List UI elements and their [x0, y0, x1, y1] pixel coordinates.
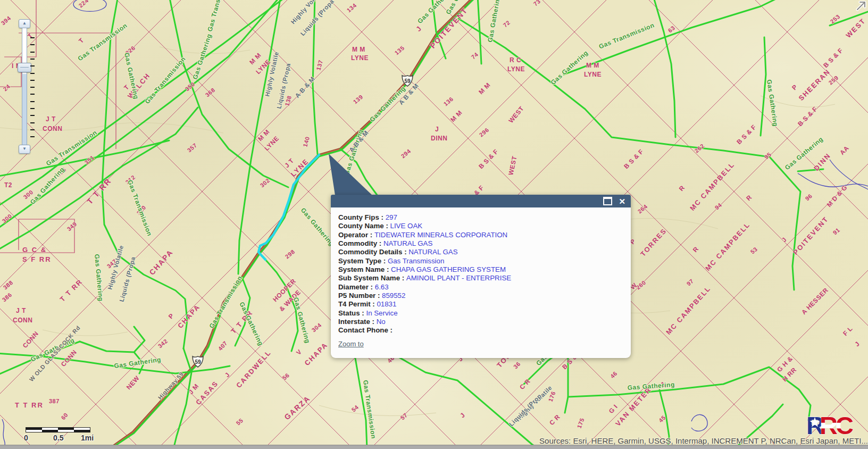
slider-tick: [30, 94, 35, 95]
map-label: 175: [576, 417, 586, 429]
scale-label-1mi: 1mi: [81, 434, 94, 442]
map-label: P: [167, 312, 176, 320]
popup-field-value: TIDEWATER MINERALS CORPORATION: [374, 231, 507, 239]
map-label: CASAS: [194, 379, 220, 406]
popup-field-value: 297: [386, 213, 397, 221]
popup-field-label: Operator :: [338, 231, 374, 239]
map-label: 96: [804, 193, 814, 202]
map-label: Gas Transmission: [126, 179, 153, 237]
svg-text:RC: RC: [820, 412, 853, 438]
popup-field-label: County Name :: [338, 222, 390, 230]
map-label: B S & F: [735, 123, 758, 146]
popup-field-label: Commodity :: [338, 239, 383, 247]
map-label: 368: [204, 87, 216, 98]
map-label: CHAPA: [303, 340, 330, 367]
zoom-out-button[interactable]: ▼: [19, 145, 30, 154]
northeast-arrow-icon[interactable]: [854, 0, 867, 12]
bottom-scrollbar[interactable]: [0, 445, 868, 449]
map-label: 357: [186, 142, 198, 154]
zoom-to-link[interactable]: Zoom to: [338, 340, 364, 348]
map-label: B S & F: [822, 47, 845, 70]
shield-number: 59: [404, 78, 411, 84]
map-label: G C &: [22, 246, 47, 254]
map-label: 140: [302, 136, 311, 147]
map-label: Gas Gathering: [765, 79, 779, 127]
map-label: GARZA: [282, 394, 312, 421]
map-label: 224: [78, 0, 90, 9]
map-label: MC CAMPBELL: [664, 284, 712, 336]
map-label: 262: [694, 143, 706, 154]
popup-field-value: 01831: [377, 300, 396, 308]
map-label: Gas Gathering: [292, 296, 312, 344]
pipeline[interactable]: [653, 0, 675, 137]
zoom-slider-track[interactable]: [22, 28, 27, 146]
popup-field-row: Operator : TIDEWATER MINERALS CORPORATIO…: [338, 231, 623, 239]
map-label: V: [295, 348, 303, 356]
popup-header[interactable]: ✕: [331, 195, 631, 207]
map-label: R C: [510, 56, 521, 64]
popup-field-value: Gas Transmission: [388, 257, 444, 265]
map-label: J T: [16, 307, 26, 314]
popup-field-label: Sub System Name :: [338, 274, 406, 282]
map-label: Gas Gathering: [299, 206, 336, 247]
map-label: 351: [84, 154, 96, 166]
popup-field-label: Commodity Details :: [338, 248, 408, 256]
map-label: CHAPA: [176, 303, 202, 330]
map-label: Gas Transmission: [206, 0, 228, 32]
map-label: WEST: [507, 155, 518, 176]
map-label: 386: [1, 292, 13, 303]
map-label: M M: [477, 81, 491, 96]
map-label: R: [745, 194, 753, 202]
popup-field-value: CHAPA GAS GATHERING SYSTEM: [391, 265, 506, 273]
scale-label-half: 0.5: [53, 434, 63, 442]
zoom-in-button[interactable]: ▲: [19, 19, 30, 28]
popup-field-row: Sub System Name : AMINOIL PLANT - ENTERP…: [338, 274, 623, 282]
map-label: CONN: [43, 125, 62, 132]
slider-tick: [30, 73, 35, 74]
map-label: 294: [400, 147, 412, 159]
popup-body: County Fips : 297County Name : LIVE OAKO…: [331, 207, 631, 335]
map-label: 73: [532, 0, 542, 7]
popup-field-value: AMINOIL PLANT - ENTERPRISE: [406, 274, 511, 282]
map-label: 296: [478, 127, 490, 138]
map-label: R: [691, 245, 700, 254]
slider-tick: [30, 52, 35, 53]
popup-field-label: P5 Number :: [338, 292, 382, 300]
map-label: Gas Gathering: [93, 254, 105, 302]
map-label: J: [458, 411, 466, 419]
zoom-slider-fill: [22, 74, 27, 145]
map-label: 264: [637, 203, 649, 214]
popup-field-value: 859552: [382, 292, 405, 300]
pipeline[interactable]: [173, 348, 191, 449]
pipeline[interactable]: [568, 367, 811, 420]
slider-tick: [30, 101, 35, 102]
map-label: 24: [2, 83, 12, 93]
pipeline[interactable]: [761, 37, 766, 136]
map-label: 342: [157, 338, 169, 350]
map-label: 91: [832, 227, 841, 236]
map-label: NEW: [125, 375, 141, 391]
zoom-slider[interactable]: ▲ ▼: [18, 19, 39, 152]
zoom-slider-thumb[interactable]: [18, 63, 31, 72]
map-label: J: [414, 24, 423, 33]
survey-grid-line: [649, 0, 868, 449]
map-label: 135: [394, 45, 406, 56]
creek-line: [798, 173, 868, 187]
map-label: T T RR: [59, 277, 85, 303]
maximize-icon[interactable]: [603, 197, 612, 205]
pipeline[interactable]: [102, 0, 187, 348]
map-label: 134: [346, 2, 358, 13]
close-icon[interactable]: ✕: [619, 197, 625, 205]
map-label: 36: [512, 361, 522, 370]
slider-tick: [30, 87, 35, 88]
map-label: VAN METER: [614, 385, 653, 428]
slider-tick: [30, 59, 35, 60]
scale-label-0: 0: [24, 434, 28, 442]
popup-field-row: System Type : Gas Transmission: [338, 257, 623, 265]
popup-field-label: Interstate :: [338, 318, 377, 326]
map-label: 300: [1, 213, 13, 224]
map-label: Gas Gathering: [191, 33, 213, 80]
map-label: 136: [443, 96, 455, 107]
map-label: CONN: [13, 317, 32, 324]
map-label: T: [77, 37, 86, 45]
